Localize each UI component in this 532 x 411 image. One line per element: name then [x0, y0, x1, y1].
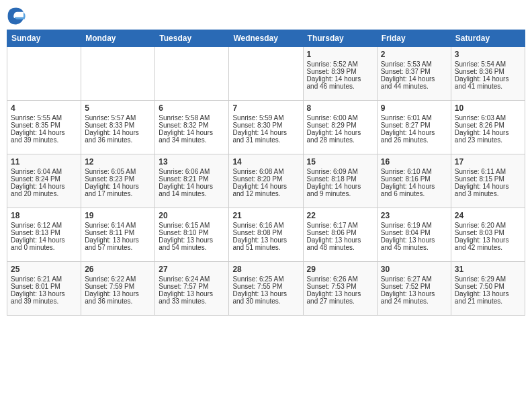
day-info-line: Daylight: 14 hours and 9 minutes. — [307, 183, 373, 197]
day-info-line: Sunrise: 6:20 AM — [455, 222, 521, 229]
day-info-line: Daylight: 14 hours and 3 minutes. — [455, 183, 521, 197]
day-info-line: Sunrise: 5:59 AM — [232, 114, 299, 122]
day-info-line: Daylight: 14 hours and 46 minutes. — [307, 75, 373, 90]
day-info-line: Sunset: 8:36 PM — [455, 68, 521, 75]
day-info-line: Sunset: 8:15 PM — [455, 175, 521, 183]
day-info-line: Daylight: 13 hours and 24 minutes. — [381, 290, 447, 305]
col-header-friday: Friday — [377, 30, 451, 47]
col-header-monday: Monday — [81, 30, 155, 47]
day-number: 18 — [11, 211, 77, 220]
day-number: 21 — [232, 211, 299, 220]
day-info-line: Sunrise: 5:55 AM — [11, 114, 77, 122]
day-number: 24 — [455, 211, 521, 220]
day-number: 2 — [381, 50, 447, 59]
day-info-line: Sunrise: 5:53 AM — [381, 60, 447, 68]
day-info-line: Daylight: 13 hours and 27 minutes. — [307, 290, 373, 305]
day-cell: 5Sunrise: 5:57 AMSunset: 8:33 PMDaylight… — [81, 101, 155, 154]
day-cell: 29Sunrise: 6:26 AMSunset: 7:53 PMDayligh… — [303, 262, 377, 316]
day-info-line: Daylight: 13 hours and 36 minutes. — [85, 290, 151, 305]
day-info-line: Sunset: 7:59 PM — [85, 283, 151, 290]
day-info-line: Sunrise: 6:05 AM — [85, 168, 151, 175]
day-info-line: Sunset: 7:55 PM — [232, 283, 299, 290]
day-info-line: Sunset: 8:18 PM — [307, 175, 373, 183]
day-cell: 30Sunrise: 6:27 AMSunset: 7:52 PMDayligh… — [377, 262, 451, 316]
col-header-tuesday: Tuesday — [155, 30, 229, 47]
day-info-line: Sunrise: 5:54 AM — [455, 60, 521, 68]
day-cell: 24Sunrise: 6:20 AMSunset: 8:03 PMDayligh… — [451, 208, 525, 262]
day-info-line: Sunrise: 6:17 AM — [307, 222, 373, 229]
day-number: 31 — [455, 265, 521, 274]
day-info-line: Daylight: 14 hours and 6 minutes. — [381, 183, 447, 197]
day-number: 15 — [307, 157, 373, 167]
page-header — [7, 7, 525, 26]
day-number: 4 — [11, 103, 77, 113]
day-number: 25 — [11, 265, 77, 274]
day-info-line: Sunrise: 6:15 AM — [159, 222, 225, 229]
col-header-wednesday: Wednesday — [229, 30, 303, 47]
day-info-line: Sunset: 8:20 PM — [232, 175, 299, 183]
day-cell: 20Sunrise: 6:15 AMSunset: 8:10 PMDayligh… — [155, 208, 229, 262]
day-info-line: Daylight: 13 hours and 51 minutes. — [232, 236, 299, 251]
day-info-line: Sunrise: 6:11 AM — [455, 168, 521, 175]
day-cell: 6Sunrise: 5:58 AMSunset: 8:32 PMDaylight… — [155, 101, 229, 154]
day-number: 23 — [381, 211, 447, 220]
day-info-line: Sunset: 8:06 PM — [307, 229, 373, 236]
day-info-line: Sunset: 7:57 PM — [159, 283, 225, 290]
day-number: 29 — [307, 265, 373, 274]
day-number: 3 — [455, 50, 521, 59]
day-cell: 10Sunrise: 6:03 AMSunset: 8:26 PMDayligh… — [451, 101, 525, 154]
day-info-line: Daylight: 13 hours and 54 minutes. — [159, 236, 225, 251]
day-info-line: Sunset: 7:50 PM — [455, 283, 521, 290]
logo-icon — [7, 7, 26, 26]
day-info-line: Daylight: 13 hours and 48 minutes. — [307, 236, 373, 251]
day-info-line: Daylight: 13 hours and 57 minutes. — [85, 236, 151, 251]
day-cell: 26Sunrise: 6:22 AMSunset: 7:59 PMDayligh… — [81, 262, 155, 316]
day-cell: 11Sunrise: 6:04 AMSunset: 8:24 PMDayligh… — [7, 154, 81, 208]
day-info-line: Daylight: 13 hours and 45 minutes. — [381, 236, 447, 251]
day-info-line: Daylight: 14 hours and 26 minutes. — [381, 129, 447, 144]
day-info-line: Sunrise: 6:24 AM — [159, 275, 225, 283]
day-info-line: Daylight: 14 hours and 36 minutes. — [85, 129, 151, 144]
col-header-saturday: Saturday — [451, 30, 525, 47]
day-number: 30 — [381, 265, 447, 274]
week-row-1: 1Sunrise: 5:52 AMSunset: 8:39 PMDaylight… — [7, 47, 525, 101]
day-cell: 16Sunrise: 6:10 AMSunset: 8:16 PMDayligh… — [377, 154, 451, 208]
day-number: 26 — [85, 265, 151, 274]
day-cell: 8Sunrise: 6:00 AMSunset: 8:29 PMDaylight… — [303, 101, 377, 154]
day-number: 27 — [159, 265, 225, 274]
day-cell: 21Sunrise: 6:16 AMSunset: 8:08 PMDayligh… — [229, 208, 303, 262]
day-info-line: Sunrise: 6:14 AM — [85, 222, 151, 229]
day-info-line: Sunrise: 6:12 AM — [11, 222, 77, 229]
day-cell: 27Sunrise: 6:24 AMSunset: 7:57 PMDayligh… — [155, 262, 229, 316]
day-info-line: Sunset: 8:33 PM — [85, 122, 151, 129]
day-info-line: Sunset: 8:30 PM — [232, 122, 299, 129]
day-info-line: Sunrise: 5:58 AM — [159, 114, 225, 122]
logo — [7, 7, 28, 26]
day-cell: 14Sunrise: 6:08 AMSunset: 8:20 PMDayligh… — [229, 154, 303, 208]
day-info-line: Sunset: 7:53 PM — [307, 283, 373, 290]
day-info-line: Daylight: 14 hours and 41 minutes. — [455, 75, 521, 90]
day-info-line: Daylight: 14 hours and 34 minutes. — [159, 129, 225, 144]
day-info-line: Sunrise: 6:22 AM — [85, 275, 151, 283]
day-cell: 13Sunrise: 6:06 AMSunset: 8:21 PMDayligh… — [155, 154, 229, 208]
day-number: 6 — [159, 103, 225, 113]
day-info-line: Sunrise: 6:01 AM — [381, 114, 447, 122]
col-header-thursday: Thursday — [303, 30, 377, 47]
day-info-line: Daylight: 13 hours and 21 minutes. — [455, 290, 521, 305]
day-cell — [7, 47, 81, 101]
day-number: 10 — [455, 103, 521, 113]
header-row: SundayMondayTuesdayWednesdayThursdayFrid… — [7, 30, 525, 47]
day-info-line: Sunrise: 6:26 AM — [307, 275, 373, 283]
day-number: 8 — [307, 103, 373, 113]
day-info-line: Sunrise: 6:10 AM — [381, 168, 447, 175]
day-cell: 23Sunrise: 6:19 AMSunset: 8:04 PMDayligh… — [377, 208, 451, 262]
day-info-line: Sunrise: 6:03 AM — [455, 114, 521, 122]
day-info-line: Sunrise: 6:29 AM — [455, 275, 521, 283]
day-info-line: Daylight: 13 hours and 30 minutes. — [232, 290, 299, 305]
day-number: 28 — [232, 265, 299, 274]
day-info-line: Daylight: 14 hours and 17 minutes. — [85, 183, 151, 197]
day-number: 7 — [232, 103, 299, 113]
day-number: 16 — [381, 157, 447, 167]
day-info-line: Sunrise: 6:19 AM — [381, 222, 447, 229]
day-info-line: Sunrise: 6:25 AM — [232, 275, 299, 283]
